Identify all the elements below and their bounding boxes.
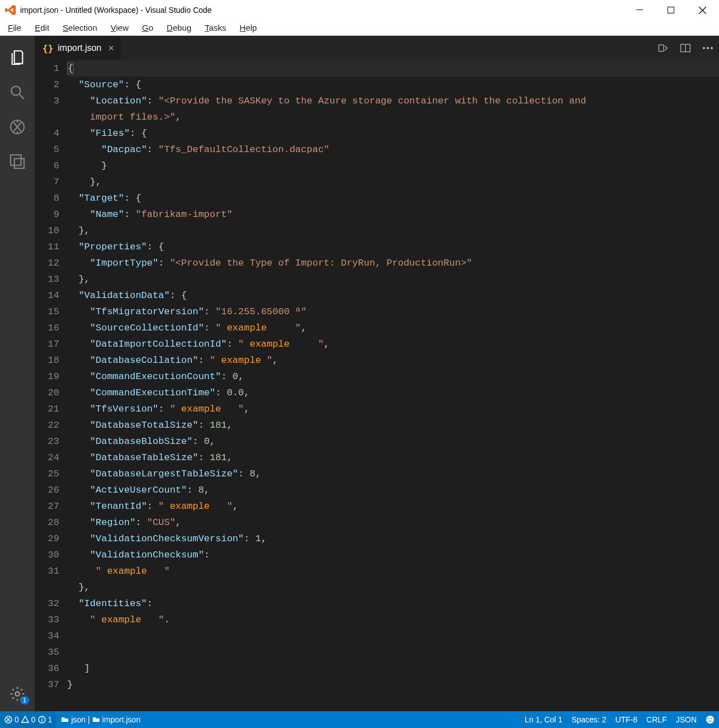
folder-icon — [92, 716, 100, 724]
menu-edit[interactable]: Edit — [28, 21, 56, 35]
window-minimize-button[interactable] — [624, 0, 655, 20]
menu-debug[interactable]: Debug — [160, 21, 198, 35]
tab-import-json[interactable]: {} import.json × — [35, 36, 121, 60]
code-content[interactable]: { "Source": { "Location": "<Provide the … — [67, 60, 719, 711]
status-language[interactable]: JSON — [671, 711, 701, 728]
extensions-icon[interactable] — [0, 144, 35, 179]
menu-help[interactable]: Help — [233, 21, 264, 35]
code-editor[interactable]: 1 2 3 4 5 6 7 8 9 10 11 12 13 14 15 16 1… — [35, 60, 719, 711]
search-icon[interactable] — [0, 75, 35, 110]
svg-point-11 — [711, 47, 713, 49]
svg-point-14 — [41, 717, 42, 718]
line-number-gutter: 1 2 3 4 5 6 7 8 9 10 11 12 13 14 15 16 1… — [35, 60, 67, 711]
svg-rect-7 — [659, 45, 664, 51]
vscode-logo-icon — [4, 4, 17, 16]
activity-bar: 1 — [0, 36, 35, 711]
menubar: File Edit Selection View Go Debug Tasks … — [0, 20, 719, 36]
menu-view[interactable]: View — [104, 21, 135, 35]
menu-selection[interactable]: Selection — [56, 21, 104, 35]
svg-point-16 — [706, 716, 714, 724]
tab-label: import.json — [58, 43, 101, 53]
folder-icon — [61, 716, 69, 724]
window-maximize-button[interactable] — [655, 0, 687, 20]
status-ln-col[interactable]: Ln 1, Col 1 — [520, 711, 567, 728]
menu-file[interactable]: File — [1, 21, 28, 35]
svg-point-2 — [11, 86, 20, 95]
menu-tasks[interactable]: Tasks — [198, 21, 233, 35]
status-bar: 0 0 1 json | import.json Ln 1, Col 1 Spa… — [0, 711, 719, 728]
explorer-icon[interactable] — [0, 40, 35, 75]
close-icon[interactable]: × — [106, 42, 117, 54]
svg-rect-4 — [11, 155, 21, 166]
json-file-icon: {} — [42, 43, 53, 54]
svg-rect-0 — [636, 10, 643, 10]
peek-changes-icon[interactable] — [652, 42, 674, 54]
menu-go[interactable]: Go — [135, 21, 160, 35]
window-close-button[interactable] — [687, 0, 718, 20]
svg-rect-5 — [15, 159, 24, 168]
status-feedback-icon[interactable] — [701, 711, 719, 728]
svg-point-9 — [703, 47, 705, 49]
svg-rect-15 — [41, 719, 42, 722]
settings-badge: 1 — [20, 696, 29, 705]
window-title: import.json - Untitled (Workspace) - Vis… — [17, 6, 624, 15]
debug-icon[interactable] — [0, 110, 35, 144]
more-icon[interactable] — [697, 46, 719, 50]
svg-point-17 — [708, 718, 709, 719]
svg-point-6 — [15, 692, 20, 696]
titlebar: import.json - Untitled (Workspace) - Vis… — [0, 0, 719, 20]
split-editor-icon[interactable] — [674, 42, 697, 54]
status-path[interactable]: json | import.json — [56, 711, 145, 728]
tabstrip: {} import.json × — [35, 36, 719, 60]
window-controls — [624, 0, 718, 20]
editor-shell: 1 {} import.json × 1 2 3 — [0, 36, 719, 711]
editor-area: {} import.json × 1 2 3 4 5 — [35, 36, 719, 711]
status-spaces[interactable]: Spaces: 2 — [567, 711, 611, 728]
status-problems[interactable]: 0 0 1 — [0, 711, 56, 728]
settings-gear-icon[interactable]: 1 — [0, 677, 35, 711]
svg-point-18 — [711, 718, 712, 719]
status-eol[interactable]: CRLF — [642, 711, 671, 728]
svg-rect-1 — [668, 7, 674, 13]
status-encoding[interactable]: UTF-8 — [611, 711, 642, 728]
svg-point-10 — [707, 47, 709, 49]
